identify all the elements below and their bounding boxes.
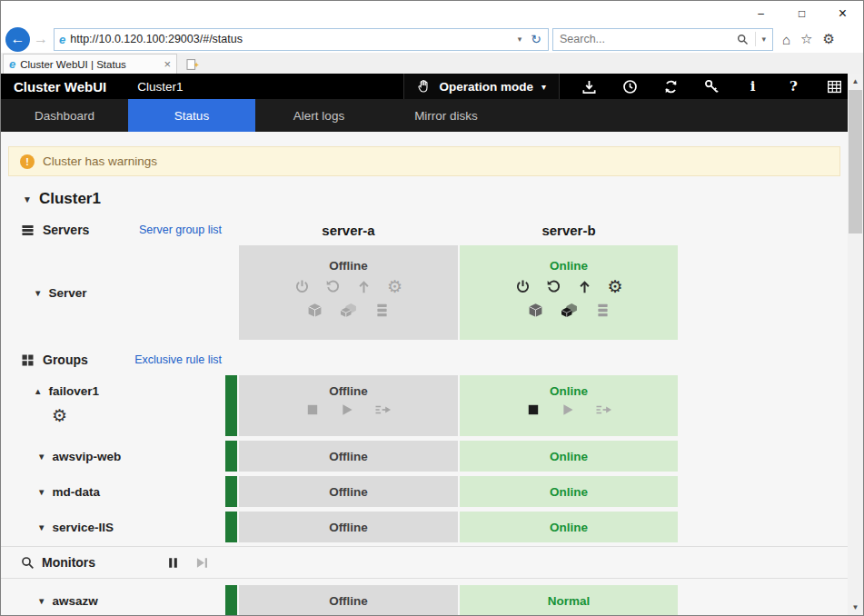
- start-icon[interactable]: [561, 402, 575, 417]
- back-button[interactable]: ←: [5, 27, 30, 52]
- cube-icon[interactable]: [528, 303, 543, 318]
- title-bar: – □ ×: [1, 1, 863, 25]
- header-toolbar: i ?: [581, 79, 842, 94]
- cubes-icon[interactable]: [561, 303, 578, 318]
- monitor-row-label[interactable]: ▼ awsazw: [8, 594, 98, 608]
- browser-tab[interactable]: e Cluster WebUI | Status ×: [3, 54, 177, 74]
- server-group-list-link[interactable]: Server group list: [139, 224, 222, 236]
- time-info-clock-icon[interactable]: [622, 79, 638, 94]
- search-placeholder: Search...: [560, 33, 737, 45]
- home-icon[interactable]: ⌂: [782, 32, 790, 47]
- monitor-row-awsazw: ▼ awsazw Offline Normal: [1, 585, 848, 615]
- tab-alert-logs[interactable]: Alert logs: [255, 99, 382, 132]
- stop-icon[interactable]: [526, 402, 541, 417]
- group-status-bar: [225, 476, 237, 507]
- forward-arrow-icon: →: [34, 31, 48, 46]
- server-b-group-cell: Online: [460, 375, 678, 436]
- start-service-icon[interactable]: [356, 279, 372, 294]
- groups-icon: [21, 353, 35, 367]
- tab-close-icon[interactable]: ×: [164, 57, 171, 71]
- grid-table-icon[interactable]: [827, 79, 842, 94]
- start-icon[interactable]: [340, 402, 354, 417]
- groups-header-row: Groups Exclusive rule list: [1, 349, 848, 371]
- refresh-page-icon[interactable]: ↻: [529, 32, 543, 46]
- stack-icon[interactable]: [374, 303, 390, 318]
- vertical-scrollbar[interactable]: ▲ ▼: [848, 74, 863, 615]
- forward-button[interactable]: →: [30, 31, 52, 47]
- group-settings-gear-icon[interactable]: ⚙: [52, 405, 67, 425]
- exclusive-rule-list-link[interactable]: Exclusive rule list: [134, 353, 222, 366]
- monitors-search-icon: [21, 556, 35, 570]
- server-b-state: Online: [550, 259, 588, 273]
- cube-icon[interactable]: [307, 303, 323, 318]
- settings-gear-icon[interactable]: ⚙: [823, 31, 835, 47]
- favorites-star-icon[interactable]: ☆: [800, 31, 812, 47]
- collapse-icon: ▼: [34, 288, 42, 298]
- browser-window: – □ × ← → e http://10.0.120.100:29003/#/…: [0, 0, 864, 616]
- url-bar[interactable]: e http://10.0.120.100:29003/#/status ▾ ↻: [54, 28, 549, 51]
- new-tab-icon: [185, 57, 200, 72]
- app-nav-tabs: Dashboard Status Alert logs Mirror disks: [1, 99, 848, 132]
- monitors-header-row: Monitors: [1, 546, 848, 579]
- gear-icon[interactable]: ⚙: [608, 279, 623, 294]
- reboot-icon[interactable]: [546, 279, 561, 294]
- group-row-label[interactable]: ▼ awsvip-web: [8, 450, 121, 463]
- group-row-label[interactable]: ▼ service-IIS: [8, 521, 114, 534]
- stop-icon[interactable]: [305, 402, 320, 417]
- scrollbar-thumb[interactable]: [849, 90, 862, 233]
- power-icon[interactable]: [294, 279, 310, 294]
- group-row-label[interactable]: ▲ failover1: [8, 384, 99, 398]
- stack-icon[interactable]: [595, 303, 611, 318]
- monitor-status-bar: [225, 585, 237, 615]
- tab-mirror-disks[interactable]: Mirror disks: [382, 99, 510, 132]
- search-dropdown-icon[interactable]: ▾: [755, 32, 766, 46]
- group-row-failover1: ▲ failover1 ⚙ Offline Online: [1, 375, 848, 436]
- group-row-label[interactable]: ▼ md-data: [8, 485, 100, 499]
- operation-mode-dropdown[interactable]: Operation mode ▾: [403, 74, 560, 99]
- server-a-group-cell: Offline: [239, 441, 458, 472]
- collapse-icon: ▼: [37, 596, 45, 606]
- info-icon[interactable]: i: [745, 79, 760, 94]
- server-b-monitor-cell: Normal: [460, 585, 678, 615]
- resume-icon[interactable]: [194, 556, 209, 570]
- download-icon[interactable]: [581, 79, 597, 94]
- search-icon[interactable]: [737, 34, 749, 45]
- server-row-label[interactable]: ▼ Server: [8, 286, 86, 300]
- server-a-group-cell: Offline: [239, 512, 458, 542]
- cubes-icon[interactable]: [340, 303, 357, 318]
- move-group-icon[interactable]: [595, 402, 612, 417]
- browser-action-icons: ⌂ ☆ ⚙: [782, 31, 835, 47]
- servers-section-title: Servers: [43, 223, 89, 237]
- maximize-button[interactable]: □: [781, 1, 822, 25]
- scroll-down-icon[interactable]: ▼: [848, 600, 863, 615]
- server-a-monitor-cell: Offline: [239, 585, 458, 615]
- servers-header-row: Servers Server group list server-a serve…: [1, 219, 848, 241]
- server-a-server-cell: Offline ⚙: [239, 245, 458, 340]
- cluster-heading[interactable]: ▼ Cluster1: [23, 188, 848, 210]
- key-icon[interactable]: [704, 79, 720, 94]
- scroll-up-icon[interactable]: ▲: [848, 74, 863, 89]
- status-page: ! Cluster has warnings ▼ Cluster1 Server…: [1, 132, 848, 615]
- tab-status[interactable]: Status: [128, 99, 255, 132]
- gear-icon[interactable]: ⚙: [387, 279, 402, 294]
- close-button[interactable]: ×: [822, 1, 863, 25]
- search-box[interactable]: Search... ▾: [552, 28, 773, 51]
- group-status-bar: [225, 375, 237, 436]
- tab-dashboard[interactable]: Dashboard: [1, 99, 128, 132]
- help-icon[interactable]: ?: [786, 79, 801, 94]
- collapse-icon: ▼: [37, 452, 45, 462]
- new-tab-button[interactable]: [180, 55, 205, 74]
- reload-refresh-icon[interactable]: [663, 79, 679, 94]
- servers-icon: [21, 224, 35, 237]
- collapse-icon: ▼: [23, 194, 32, 204]
- minimize-button[interactable]: –: [740, 1, 781, 25]
- url-dropdown-icon[interactable]: ▾: [515, 35, 525, 44]
- pause-icon[interactable]: [166, 556, 180, 570]
- power-icon[interactable]: [515, 279, 531, 294]
- collapse-icon: ▼: [37, 522, 45, 532]
- app-header: Cluster WebUI Cluster1 Operation mode ▾: [1, 74, 848, 99]
- move-group-icon[interactable]: [374, 402, 392, 417]
- group-row-awsvip-web: ▼ awsvip-web Offline Online: [1, 441, 848, 472]
- start-service-icon[interactable]: [577, 279, 592, 294]
- reboot-icon[interactable]: [325, 279, 341, 294]
